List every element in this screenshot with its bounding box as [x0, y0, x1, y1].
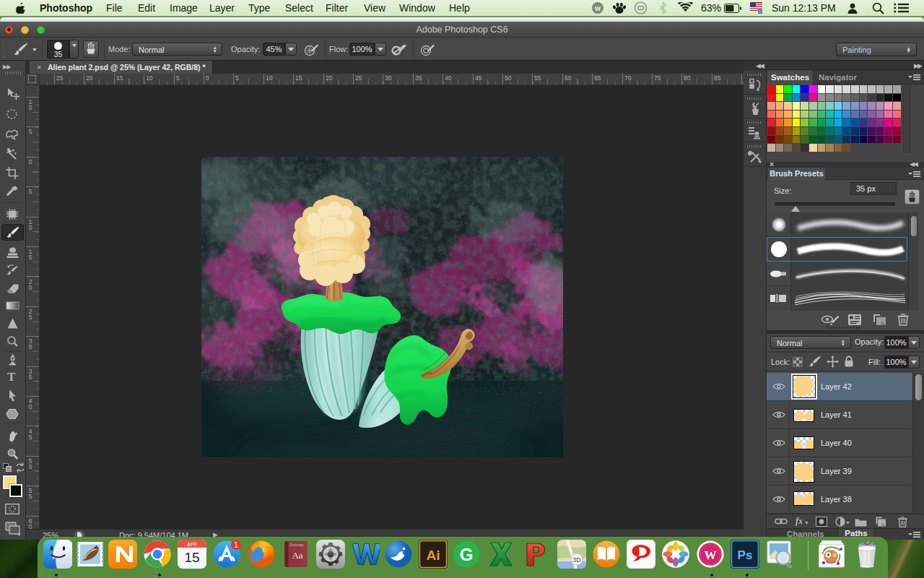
svg-text:Ai: Ai	[427, 548, 440, 563]
svg-text:15: 15	[184, 550, 199, 565]
svg-text:Aa: Aa	[292, 550, 302, 561]
svg-text:1: 1	[234, 541, 238, 549]
svg-text:U: U	[759, 9, 762, 14]
svg-text:G: G	[460, 545, 474, 564]
svg-text:Ps: Ps	[738, 548, 753, 562]
svg-text:w: w	[594, 4, 601, 12]
svg-text:W: W	[705, 548, 717, 562]
svg-text:Dictionary: Dictionary	[289, 543, 305, 547]
svg-text:APR: APR	[187, 542, 197, 547]
svg-text:3D: 3D	[572, 556, 581, 564]
